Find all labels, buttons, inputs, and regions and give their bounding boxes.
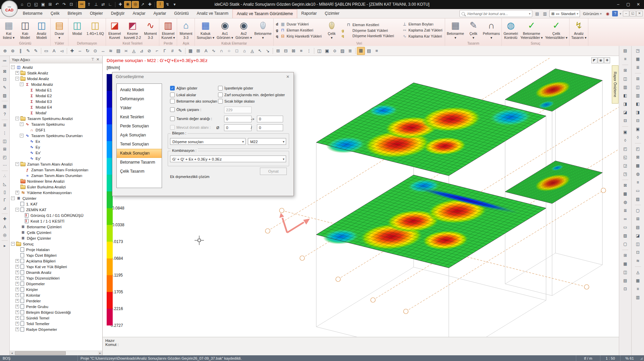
rebar-diameter-input[interactable]: 0	[224, 124, 252, 131]
ribbon-button-modal[interactable]: ◫Modal	[69, 19, 85, 41]
tree-item-zaman-tan-m-alan-durumlar-[interactable]: ≈Zaman Tanım Alanı Durumları	[10, 173, 102, 178]
window-control-button[interactable]: ✕	[633, 0, 643, 9]
tree-item-analiz[interactable]: −◫Analiz	[10, 64, 102, 70]
tree-item-kesit-1-1-1-kesi-ti-[interactable]: Kesit 1 / 1-1 KESİTİ	[10, 218, 102, 224]
tab--izimler[interactable]: Çizimler	[321, 9, 343, 18]
tree-item--elik-izimleri[interactable]: ≣Çelik Çizimleri	[10, 230, 102, 235]
tree-item-ey-[interactable]: ∿Ey'	[10, 156, 102, 161]
toolbar-icon[interactable]: ≡	[298, 47, 305, 55]
quick-access-icon[interactable]: ↷	[61, 1, 67, 8]
toolbar-icon[interactable]: ◅	[58, 47, 65, 55]
left-toolbar-icon[interactable]: A	[1, 224, 8, 231]
toolbar-icon[interactable]: ▦	[187, 47, 194, 55]
quick-access-icon[interactable]: ◎	[132, 1, 139, 8]
toolbar-icon[interactable]: ∿	[210, 47, 217, 55]
ribbon-toggle-duvar-y-kleri[interactable]: d▦Duvar Yükleri	[276, 22, 322, 26]
tree-item-zaman-tan-m-alan-analizi[interactable]: −Zaman Tanım Alanı Analizi	[10, 161, 102, 167]
tree-item-modal-e2[interactable]: ΣModal E2	[10, 93, 102, 99]
quick-access-icon[interactable]: ↗	[140, 1, 146, 8]
dialog-list-item-deformasyon[interactable]: Deformasyon	[117, 95, 162, 104]
search-dropdown-icon[interactable]: ▾	[529, 12, 531, 15]
quick-access-icon[interactable]: ⊞	[47, 1, 53, 8]
toolbar-icon[interactable]: ✎	[176, 47, 184, 55]
tree-item-ex-[interactable]: ∿Ex'	[10, 150, 102, 156]
quick-access-icon[interactable]: ◱	[33, 1, 39, 8]
scale-factor-checkbox[interactable]: Ölçek çarpanı :	[170, 107, 201, 112]
right-toolbar-icon[interactable]: ≣	[622, 207, 629, 214]
tab-birle-im[interactable]: Birleşim	[63, 9, 86, 18]
checkbox[interactable]	[218, 86, 223, 91]
left-toolbar-icon[interactable]: Γ	[1, 197, 8, 204]
dialog-close-icon[interactable]: ✕	[285, 74, 291, 80]
tree-expander[interactable]: +	[15, 71, 19, 75]
checkbox-s-cak-b-lge-skalas-[interactable]: Sıcak bölge skalası	[218, 99, 255, 104]
ribbon-button-kat-[interactable]: ◫Katı Model	[17, 19, 33, 41]
toolbar-icon[interactable]: ⊞	[195, 47, 202, 55]
ribbon-toggle-eleman-kesitleri[interactable]: ⊓Eleman Kesitleri	[342, 22, 394, 27]
view-y-button[interactable]: ◤	[591, 57, 597, 63]
tree-item-dsf1[interactable]: ∩DSF1	[10, 127, 102, 133]
close-icon[interactable]: ✕	[95, 57, 100, 62]
tree-item--izimler[interactable]: −≣Çizimler	[10, 195, 102, 201]
right-toolbar-icon[interactable]: ▩	[622, 190, 629, 197]
left-toolbar-icon[interactable]: ⊡	[1, 76, 8, 83]
render-icon[interactable]: ◉	[604, 11, 610, 17]
ribbon-button-kat[interactable]: ▦Kat listesi ▾	[1, 19, 17, 41]
tab-ara-lar[interactable]: Araçlar	[128, 9, 149, 18]
tree-expander[interactable]: +	[15, 327, 19, 331]
tree-item-modal-e4[interactable]: ΣModal E4	[10, 104, 102, 110]
tree-expander[interactable]: +	[15, 259, 19, 263]
dialog-list-item-betonarme-tasar-m[interactable]: Betonarme Tasarım	[117, 158, 162, 167]
tree-item-kolonlar[interactable]: +Kolonlar	[10, 292, 102, 298]
checkbox-lokal-akslar[interactable]: Lokal akslar	[170, 93, 196, 97]
model-viewport[interactable]: Döşeme sonuçları - M22 : G'+Q'+Ex+0.3Ey+…	[103, 56, 619, 337]
toolbar-icon[interactable]: ✎	[32, 47, 40, 55]
help-dropdown-icon[interactable]: ▾	[620, 12, 621, 15]
toolbar-icon[interactable]: ≍	[122, 47, 130, 55]
tab-de-i-tir[interactable]: Değiştir	[107, 9, 129, 18]
right-toolbar-icon[interactable]: ▨	[634, 196, 641, 203]
tab-g-r-nt-[interactable]: Görüntü	[170, 9, 193, 18]
right-toolbar-icon[interactable]: ◰	[622, 145, 629, 153]
tree-expander[interactable]: −	[11, 65, 15, 69]
left-toolbar-icon[interactable]: ⊿	[1, 205, 8, 212]
ribbon-toggle-d-eme-sabit-y-kleri[interactable]: gDöşeme Sabit Yükleri	[342, 28, 394, 33]
right-toolbar-icon[interactable]: ◫	[634, 241, 641, 248]
ribbon-button-moment[interactable]: ⌂Moment 3-3	[178, 19, 194, 41]
status-zoom[interactable]: % 61	[621, 355, 639, 361]
toolbar-icon[interactable]: ⊚	[9, 47, 16, 55]
window-control-button[interactable]: ▢	[623, 0, 633, 9]
status-scale[interactable]: 1 : 50	[600, 355, 621, 361]
ribbon-toggle-eleman-kesitleri[interactable]: g⊓Eleman Kesitleri	[276, 28, 322, 33]
checkbox[interactable]	[170, 116, 175, 121]
ribbon-button-as2[interactable]: ◉As2 Görünen ▾	[234, 19, 253, 41]
right-toolbar-icon[interactable]: ⊡	[634, 249, 641, 256]
tree-item-g-r-n-g1-g1-g-r-n-[interactable]: Görünüş G1 / G1 GÖRÜNÜŞÜ	[10, 213, 102, 218]
toolbar-icon[interactable]: ▦	[357, 47, 365, 55]
toolbar-icon[interactable]: ⋮	[305, 47, 313, 55]
tree-item-tekil-temeller[interactable]: +Tekil Temeller	[10, 321, 102, 326]
search-input[interactable]	[467, 11, 527, 16]
tree-item-dinamik-analiz[interactable]: +Dinamik Analiz	[10, 269, 102, 275]
tree-item-modal-analiz[interactable]: −Modal Analiz	[10, 76, 102, 81]
right-toolbar-icon[interactable]: ◲	[622, 162, 629, 169]
right-toolbar-icon[interactable]: ≣	[634, 64, 641, 71]
left-toolbar-icon[interactable]: ▦	[1, 103, 8, 110]
right-toolbar-icon[interactable]: ▣	[622, 129, 629, 136]
quick-access-icon[interactable]: ↶	[54, 1, 60, 8]
dialog-list-item-analiz-modeli[interactable]: Analiz Modeli	[117, 85, 162, 95]
tree-expander[interactable]: −	[15, 208, 19, 212]
toolbar-icon[interactable]: ⊕	[1, 47, 9, 55]
mdi-control-button[interactable]: ◱	[630, 11, 636, 16]
right-toolbar-icon[interactable]: ▨	[622, 232, 629, 239]
tree-expander[interactable]: −	[11, 242, 15, 246]
ribbon-button-eksenel[interactable]: ◪Eksenel Kuvvet	[107, 19, 123, 41]
left-toolbar-icon[interactable]: ◺	[1, 181, 8, 188]
right-toolbar-icon[interactable]: ⊠	[634, 154, 641, 161]
right-toolbar-icon[interactable]: ◫	[634, 84, 641, 91]
checkbox[interactable]	[170, 99, 175, 104]
left-toolbar-icon[interactable]: ◰	[1, 154, 8, 161]
left-toolbar-icon[interactable]: ⊞	[1, 146, 8, 153]
tree-item-di-er-izimler[interactable]: ≣Diğer Çizimler	[10, 235, 102, 241]
ribbon-toggle-kiri-hareketli-y-kleri[interactable]: q⊟Kiriş Hareketli Yükleri	[276, 34, 322, 39]
